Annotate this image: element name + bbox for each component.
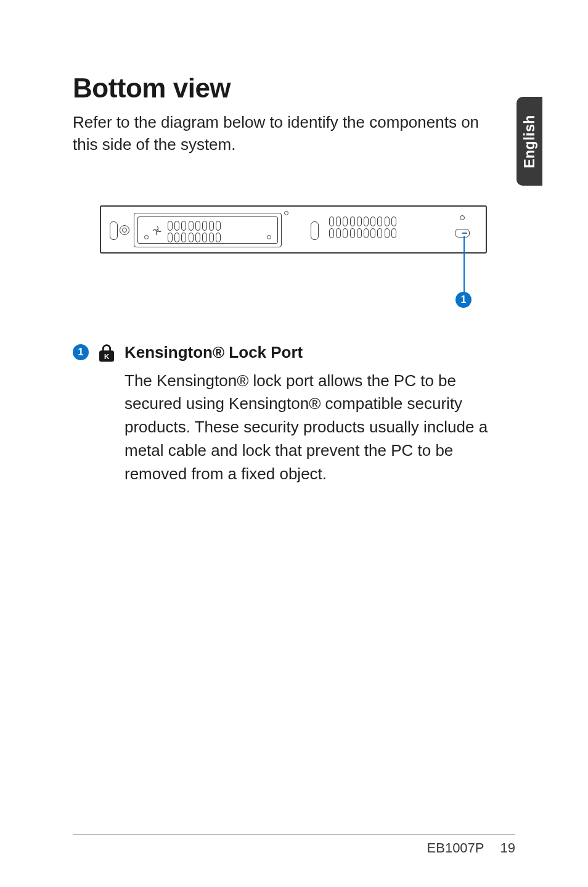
legend-description: The Kensington® lock port allows the PC … [125,369,515,485]
footer-page-number: 19 [500,840,515,856]
page-footer: EB1007P 19 [427,840,515,856]
page-title: Bottom view [73,73,515,104]
legend-number: 1 [73,344,89,360]
screw-icon [284,211,288,215]
language-tab: English [517,97,542,186]
legend-title: Kensington® Lock Port [125,343,515,362]
lock-icon: K [96,342,117,363]
screw-icon [460,215,465,220]
svg-point-0 [157,229,158,231]
footer-rule [73,834,515,835]
access-panel-inner [137,217,278,244]
leader-line [463,236,465,293]
svg-text:K: K [104,352,110,360]
mid-slot [311,221,319,240]
vent-grid-left [168,221,221,242]
vent-grid-right [329,217,396,238]
footer-model: EB1007P [427,840,484,856]
intro-text: Refer to the diagram below to identify t… [73,111,480,156]
callout-number: 1 [455,292,472,308]
screw-icon [144,235,149,239]
access-panel [134,213,282,247]
callout-number-text: 1 [461,294,467,305]
leader-line [462,233,467,234]
screw-icon [267,235,271,239]
language-tab-label: English [521,115,538,168]
legend-number-text: 1 [78,347,84,358]
legend-item: 1 K Kensington® Lock Port The Kensington… [73,343,515,485]
left-screw-ring [120,225,129,235]
left-slot [110,221,118,240]
bottom-view-diagram: 1 [100,205,487,254]
device-outline [100,205,487,254]
fan-icon [152,225,163,236]
